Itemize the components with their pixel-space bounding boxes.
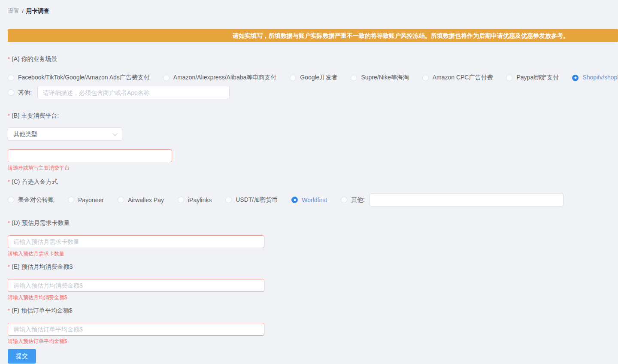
radio-icon	[225, 197, 232, 203]
avg-order-amount-input[interactable]	[8, 323, 264, 336]
radio-icon	[163, 75, 170, 81]
radio-option-usdt[interactable]: USDT/加密货币	[225, 196, 278, 204]
monthly-card-count-input[interactable]	[8, 235, 264, 248]
card-survey-page: 设置 / 用卡调查 请如实填写，所填数据与账户实际数据严重不一致的将导致账户风控…	[0, 0, 618, 364]
required-asterisk: *	[8, 56, 10, 62]
radio-icon	[351, 75, 357, 81]
radio-icon	[506, 75, 512, 81]
radio-label: Amazon CPC广告付费	[433, 74, 493, 82]
section-f-title: (F) 预估订单平均金额$	[12, 307, 73, 315]
radio-icon	[118, 197, 124, 203]
consume-platform-error: 请选择或填写主要消费平台	[8, 164, 618, 172]
required-asterisk: *	[8, 179, 10, 185]
required-asterisk: *	[8, 112, 10, 119]
section-c-title: (C) 首选入金方式	[12, 178, 58, 186]
radio-label: 美金对公转账	[18, 196, 54, 204]
radio-label: 其他:	[351, 196, 365, 204]
radio-selected-icon	[572, 75, 579, 81]
section-e-title: (E) 预估月均消费金额$	[12, 263, 73, 271]
radio-option-a-other[interactable]: 其他:	[8, 89, 32, 97]
radio-label: Paypal绑定支付	[516, 74, 559, 82]
radio-option-independent-site-selected[interactable]: Shopifv/shoplazza 等独立站	[572, 74, 618, 82]
page-title: 用卡调查	[26, 7, 49, 15]
business-scene-radio-group: Facebook/TikTok/Google/Amazon Ads广告费支付 A…	[8, 74, 618, 82]
radio-option-worldfirst-selected[interactable]: Worldfirst	[291, 197, 327, 203]
monthly-card-count-error: 请输入预估月需求卡数量	[8, 250, 618, 258]
funding-method-other-input[interactable]	[370, 193, 563, 206]
breadcrumb-separator: /	[22, 8, 24, 15]
radio-label: 其他:	[18, 89, 32, 97]
section-b-title: (B) 主要消费平台:	[12, 112, 59, 120]
section-e-label: * (E) 预估月均消费金额$	[8, 263, 618, 271]
radio-option-payoneer[interactable]: Payoneer	[68, 197, 104, 203]
radio-label: Supre/Nike等海淘	[361, 74, 409, 82]
radio-selected-icon	[291, 197, 298, 203]
consume-platform-input[interactable]	[8, 149, 172, 162]
monthly-spend-amount-input[interactable]	[8, 279, 264, 292]
radio-option-ipaylinks[interactable]: iPaylinks	[178, 197, 212, 203]
section-b-label: * (B) 主要消费平台:	[8, 112, 618, 120]
radio-option-ecommerce-payment[interactable]: Amazon/Aliexpress/Alibaba等电商支付	[163, 74, 276, 82]
radio-icon	[8, 197, 14, 203]
radio-option-amazon-cpc[interactable]: Amazon CPC广告付费	[422, 74, 493, 82]
radio-label: Shopifv/shoplazza 等独立站	[582, 74, 618, 82]
radio-icon	[178, 197, 184, 203]
radio-option-paypal-binding[interactable]: Paypal绑定支付	[506, 74, 559, 82]
radio-label: Google开发者	[300, 74, 337, 82]
submit-button[interactable]: 提交	[8, 349, 36, 364]
section-d-label: * (D) 预估月需求卡数量	[8, 219, 618, 227]
radio-label: iPaylinks	[188, 197, 212, 203]
radio-icon	[341, 197, 347, 203]
radio-icon	[8, 89, 14, 96]
section-a-label: * (A) 你的业务场景	[8, 55, 618, 63]
radio-label: Worldfirst	[302, 197, 327, 203]
radio-option-c-other[interactable]: 其他:	[341, 196, 365, 204]
radio-option-ads-payment[interactable]: Facebook/TikTok/Google/Amazon Ads广告费支付	[8, 74, 150, 82]
radio-icon	[68, 197, 74, 203]
breadcrumb: 设置 / 用卡调查	[8, 0, 618, 15]
section-d-title: (D) 预估月需求卡数量	[12, 219, 70, 227]
radio-label: Payoneer	[78, 197, 104, 203]
section-c-label: * (C) 首选入金方式	[8, 178, 618, 186]
monthly-spend-amount-error: 请输入预估月均消费金额$	[8, 294, 618, 301]
business-scene-other-input[interactable]	[37, 86, 230, 99]
required-asterisk: *	[8, 220, 10, 226]
warning-banner-text: 请如实填写，所填数据与账户实际数据严重不一致的将导致账户风控冻结。所填数据也将作…	[233, 32, 569, 39]
radio-option-google-developer[interactable]: Google开发者	[290, 74, 337, 82]
radio-option-airwallex[interactable]: Airwallex Pay	[118, 197, 164, 203]
radio-label: Airwallex Pay	[128, 197, 164, 203]
radio-icon	[8, 75, 14, 81]
select-value: 其他类型	[13, 130, 37, 138]
avg-order-amount-error: 请输入预估订单平均金额$	[8, 338, 618, 345]
required-asterisk: *	[8, 307, 10, 314]
section-f-label: * (F) 预估订单平均金额$	[8, 307, 618, 315]
radio-icon	[422, 75, 429, 81]
required-asterisk: *	[8, 264, 10, 270]
radio-icon	[290, 75, 296, 81]
chevron-down-icon	[112, 131, 117, 136]
radio-option-haitao[interactable]: Supre/Nike等海淘	[351, 74, 409, 82]
radio-label: Amazon/Aliexpress/Alibaba等电商支付	[173, 74, 276, 82]
consume-platform-select[interactable]: 其他类型	[8, 127, 122, 141]
funding-method-other-row: 其他:	[341, 193, 563, 206]
section-a-title: (A) 你的业务场景	[12, 55, 58, 63]
business-scene-other-row: 其他:	[8, 86, 618, 99]
radio-label: USDT/加密货币	[236, 196, 278, 204]
radio-option-usd-transfer[interactable]: 美金对公转账	[8, 196, 54, 204]
funding-method-radio-group: 美金对公转账 Payoneer Airwallex Pay iPaylinks …	[8, 193, 618, 206]
breadcrumb-settings-link[interactable]: 设置	[8, 7, 19, 15]
radio-label: Facebook/TikTok/Google/Amazon Ads广告费支付	[18, 74, 150, 82]
warning-banner: 请如实填写，所填数据与账户实际数据严重不一致的将导致账户风控冻结。所填数据也将作…	[8, 29, 618, 42]
